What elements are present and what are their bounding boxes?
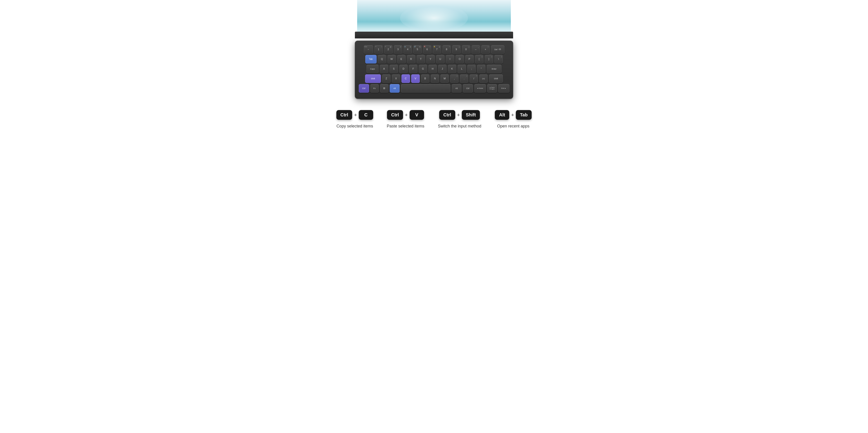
tablet-device-top <box>332 0 536 41</box>
shortcut-key-tab: Tab <box>516 110 532 120</box>
key-esc[interactable]: Esc ~ <box>364 45 373 54</box>
key-w[interactable]: W <box>388 55 396 63</box>
shortcut-key-v: V <box>410 110 424 120</box>
key-tab[interactable]: Tab <box>365 55 377 63</box>
key-minus[interactable]: – _ <box>471 45 480 54</box>
key-ctrl-right[interactable]: Ctrl <box>463 84 473 93</box>
key-quote[interactable]: " ' <box>477 65 486 73</box>
key-n[interactable]: N <box>431 74 439 83</box>
key-d[interactable]: D <box>399 65 408 73</box>
key-2[interactable]: ☀ 2 @ <box>384 45 393 54</box>
key-0[interactable]: 0 ) <box>462 45 470 54</box>
key-p[interactable]: P <box>465 55 474 63</box>
key-slash[interactable]: / ? <box>469 74 478 83</box>
shortcut-paste-keys: Ctrl + V <box>387 110 424 120</box>
key-shift-right[interactable]: Shift <box>489 74 503 83</box>
key-enter[interactable]: Enter <box>487 65 502 73</box>
key-backslash[interactable]: \ | <box>494 55 503 63</box>
key-3[interactable]: 3 # <box>394 45 402 54</box>
shortcut-paste-label: Paste selected items <box>387 124 424 129</box>
tablet-screen <box>357 0 511 36</box>
key-period[interactable]: . > <box>460 74 468 83</box>
key-comma[interactable]: , < <box>450 74 459 83</box>
key-win[interactable]: ⊞ <box>380 84 389 93</box>
shortcut-recent-keys: Alt + Tab <box>495 110 532 120</box>
shortcut-input-label: Switch the input method <box>438 124 481 129</box>
key-x[interactable]: X <box>392 74 400 83</box>
key-r[interactable]: R <box>407 55 415 63</box>
key-bracket-right[interactable]: ] } <box>485 55 493 63</box>
key-ctrl-left[interactable]: Ctrl <box>359 84 369 93</box>
shortcut-input-keys: Ctrl + Shift <box>439 110 480 120</box>
key-delete[interactable]: Del ⌫ <box>491 45 504 54</box>
key-g[interactable]: G <box>418 65 427 73</box>
shortcut-key-ctrl-input: Ctrl <box>439 110 455 120</box>
key-z[interactable]: Z <box>382 74 391 83</box>
key-k[interactable]: K <box>448 65 456 73</box>
key-8[interactable]: 8 * <box>442 45 451 54</box>
key-shift-left[interactable]: Shift <box>365 74 381 83</box>
shortcut-plus-copy: + <box>354 112 357 118</box>
key-home[interactable]: ◄ Home <box>474 84 486 93</box>
key-bracket-left[interactable]: [ { <box>475 55 484 63</box>
key-1[interactable]: ☀ 1 ! <box>374 45 383 54</box>
key-h[interactable]: H <box>428 65 437 73</box>
key-9[interactable]: 9 ( <box>452 45 461 54</box>
shortcut-copy: Ctrl + C Copy selected items <box>336 110 373 129</box>
keyboard-row-5: Ctrl Fn ⊞ Alt Alt Ctrl ◄ Home <box>360 84 508 93</box>
key-t[interactable]: T <box>416 55 425 63</box>
shortcut-key-ctrl-copy: Ctrl <box>336 110 352 120</box>
key-equal[interactable]: + = <box>481 45 490 54</box>
key-e[interactable]: E <box>397 55 406 63</box>
key-alt-left[interactable]: Alt <box>390 84 400 93</box>
shortcut-input: Ctrl + Shift Switch the input method <box>438 110 481 129</box>
key-end[interactable]: End ► <box>498 84 509 93</box>
key-q[interactable]: Q <box>378 55 386 63</box>
keyboard-row-1: Esc ~ ☀ 1 ! ☀ 2 @ 3 # 🔉 4 $ <box>360 45 508 54</box>
key-l[interactable]: L <box>458 65 466 73</box>
key-y[interactable]: Y <box>426 55 435 63</box>
key-j[interactable]: J <box>438 65 447 73</box>
keyboard-wrapper: Esc ~ ☀ 1 ! ☀ 2 @ 3 # 🔉 4 $ <box>332 41 536 99</box>
key-semicolon[interactable]: ; : <box>467 65 476 73</box>
shortcut-key-c: C <box>359 110 373 120</box>
keyboard-row-3: Caps A S D F G H J K L ; : " ' Enter <box>360 65 508 73</box>
shortcut-plus-input: + <box>457 112 460 118</box>
shortcut-key-ctrl-paste: Ctrl <box>387 110 403 120</box>
key-wave[interactable]: ((•)) <box>479 74 488 83</box>
shortcut-plus-paste: + <box>405 112 408 118</box>
key-fn[interactable]: Fn <box>370 84 379 93</box>
key-f[interactable]: F <box>409 65 417 73</box>
shortcut-key-shift: Shift <box>462 110 480 120</box>
shortcut-recent: Alt + Tab Open recent apps <box>495 110 532 129</box>
key-u[interactable]: U <box>436 55 445 63</box>
shortcut-recent-label: Open recent apps <box>497 124 529 129</box>
shortcut-plus-recent: + <box>511 112 514 118</box>
keyboard-row-2: Tab Q W E R T Y U I O P [ { ] } \ | <box>360 55 508 63</box>
key-a[interactable]: A <box>380 65 388 73</box>
tablet-bezel <box>355 32 513 38</box>
shortcuts-section: Ctrl + C Copy selected items Ctrl + V Pa… <box>327 110 541 129</box>
key-5[interactable]: 🔊 5 % <box>413 45 422 54</box>
shortcut-copy-keys: Ctrl + C <box>336 110 373 120</box>
keyboard-row-4: Shift Z X C V B N M , < . > / ? ((•)) <box>360 74 508 83</box>
key-v[interactable]: V <box>411 74 420 83</box>
key-space[interactable] <box>401 84 451 93</box>
key-i[interactable]: I <box>446 55 454 63</box>
key-s[interactable]: S <box>390 65 398 73</box>
keyboard: Esc ~ ☀ 1 ! ☀ 2 @ 3 # 🔉 4 $ <box>355 41 513 99</box>
shortcut-copy-label: Copy selected items <box>336 124 373 129</box>
shortcut-key-alt: Alt <box>495 110 509 120</box>
key-o[interactable]: O <box>456 55 464 63</box>
key-b[interactable]: B <box>421 74 430 83</box>
key-m[interactable]: M <box>440 74 449 83</box>
key-7[interactable]: 🔒 7 & <box>433 45 441 54</box>
key-6[interactable]: 🔇 6 ^ <box>423 45 432 54</box>
shortcut-paste: Ctrl + V Paste selected items <box>387 110 424 129</box>
key-pgupdn[interactable]: ▲ PgUp ▼ PgDn <box>487 84 497 93</box>
key-caps-lock[interactable]: Caps <box>366 65 379 73</box>
key-alt-right[interactable]: Alt <box>452 84 462 93</box>
key-c[interactable]: C <box>401 74 410 83</box>
key-4[interactable]: 🔉 4 $ <box>403 45 412 54</box>
